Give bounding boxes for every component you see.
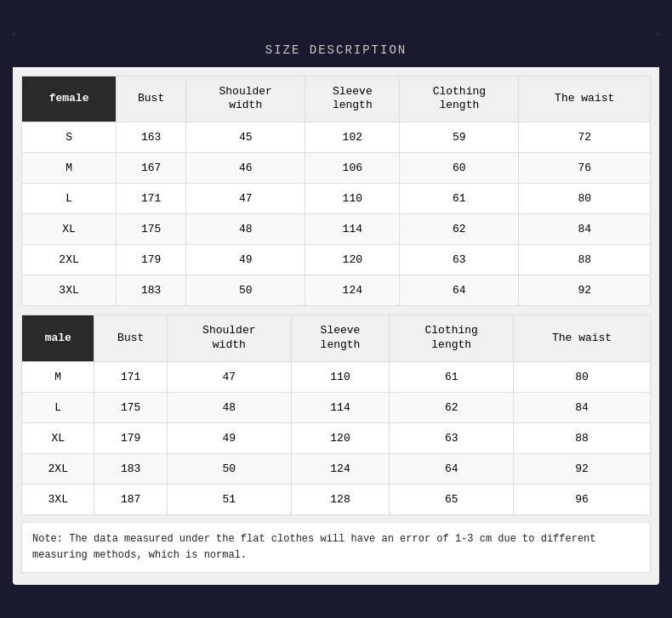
bust-cell: 175 — [117, 214, 186, 245]
male-table-section: male Bust Shoulderwidth Sleevelength Clo… — [21, 315, 651, 515]
bust-cell: 179 — [117, 245, 186, 275]
female-col-waist: The waist — [519, 76, 651, 122]
male-col-sleeve: Sleevelength — [291, 315, 390, 362]
male-col-shoulder: Shoulderwidth — [167, 315, 291, 362]
sleeve-cell: 124 — [291, 454, 390, 485]
clothing-cell: 64 — [390, 454, 514, 485]
shoulder-cell: 49 — [186, 245, 305, 275]
male-col-bust: Bust — [94, 315, 167, 362]
sleeve-cell: 120 — [305, 245, 400, 275]
clothing-cell: 62 — [390, 393, 514, 423]
table-row: M 171 47 110 61 80 — [22, 362, 651, 393]
shoulder-cell: 50 — [186, 275, 305, 306]
bust-cell: 183 — [117, 275, 186, 306]
sleeve-cell: 114 — [305, 214, 400, 245]
size-cell: L — [22, 184, 117, 214]
sleeve-cell: 102 — [305, 122, 400, 153]
clothing-cell: 61 — [400, 184, 519, 214]
shoulder-cell: 51 — [167, 485, 291, 515]
table-row: 3XL 187 51 128 65 96 — [22, 485, 651, 515]
shoulder-cell: 49 — [167, 423, 291, 454]
page-title: SIZE DESCRIPTION — [265, 43, 407, 57]
clothing-cell: 64 — [400, 275, 519, 306]
shoulder-cell: 50 — [167, 454, 291, 485]
clothing-cell: 60 — [400, 153, 519, 184]
female-col-clothing: Clothinglength — [400, 76, 519, 122]
table-row: M 167 46 106 60 76 — [22, 153, 651, 184]
bust-cell: 179 — [94, 423, 167, 454]
size-cell: 3XL — [22, 485, 94, 515]
shoulder-cell: 45 — [186, 122, 305, 153]
main-container: SIZE DESCRIPTION female Bust Shoulderwid… — [13, 33, 659, 586]
waist-cell: 88 — [519, 245, 651, 275]
bust-cell: 183 — [94, 454, 167, 485]
shoulder-cell: 46 — [186, 153, 305, 184]
female-size-table: female Bust Shoulderwidth Sleevelength C… — [21, 76, 651, 307]
sleeve-cell: 114 — [291, 393, 390, 423]
size-cell: M — [22, 362, 94, 393]
clothing-cell: 59 — [400, 122, 519, 153]
note-label: Note: — [32, 533, 63, 545]
bust-cell: 163 — [117, 122, 186, 153]
waist-cell: 76 — [519, 153, 651, 184]
clothing-cell: 63 — [400, 245, 519, 275]
shoulder-cell: 47 — [186, 184, 305, 214]
size-cell: S — [22, 122, 117, 153]
sleeve-cell: 106 — [305, 153, 400, 184]
size-cell: 2XL — [22, 454, 94, 485]
table-row: 3XL 183 50 124 64 92 — [22, 275, 651, 306]
table-row: XL 179 49 120 63 88 — [22, 423, 651, 454]
female-header-label: female — [22, 76, 117, 122]
clothing-cell: 65 — [390, 485, 514, 515]
waist-cell: 72 — [519, 122, 651, 153]
male-col-clothing: Clothinglength — [390, 315, 514, 362]
sleeve-cell: 124 — [305, 275, 400, 306]
waist-cell: 92 — [514, 454, 651, 485]
waist-cell: 88 — [514, 423, 651, 454]
bust-cell: 171 — [94, 362, 167, 393]
table-row: L 175 48 114 62 84 — [22, 393, 651, 423]
size-cell: XL — [22, 423, 94, 454]
waist-cell: 80 — [514, 362, 651, 393]
bust-cell: 175 — [94, 393, 167, 423]
waist-cell: 92 — [519, 275, 651, 306]
bust-cell: 167 — [117, 153, 186, 184]
waist-cell: 96 — [514, 485, 651, 515]
size-cell: XL — [22, 214, 117, 245]
shoulder-cell: 48 — [167, 393, 291, 423]
male-col-waist: The waist — [514, 315, 651, 362]
clothing-cell: 63 — [390, 423, 514, 454]
clothing-cell: 62 — [400, 214, 519, 245]
table-row: L 171 47 110 61 80 — [22, 184, 651, 214]
sleeve-cell: 110 — [291, 362, 390, 393]
size-cell: 3XL — [22, 275, 117, 306]
table-row: 2XL 179 49 120 63 88 — [22, 245, 651, 275]
shoulder-cell: 48 — [186, 214, 305, 245]
bust-cell: 187 — [94, 485, 167, 515]
size-cell: M — [22, 153, 117, 184]
female-col-bust: Bust — [117, 76, 186, 122]
size-cell: L — [22, 393, 94, 423]
table-row: XL 175 48 114 62 84 — [22, 214, 651, 245]
male-size-table: male Bust Shoulderwidth Sleevelength Clo… — [21, 315, 651, 515]
sleeve-cell: 110 — [305, 184, 400, 214]
title-bar: SIZE DESCRIPTION — [13, 33, 659, 67]
clothing-cell: 61 — [390, 362, 514, 393]
table-row: 2XL 183 50 124 64 92 — [22, 454, 651, 485]
note-text: The data measured under the flat clothes… — [32, 533, 596, 561]
waist-cell: 80 — [519, 184, 651, 214]
male-header-label: male — [22, 315, 94, 362]
size-cell: 2XL — [22, 245, 117, 275]
shoulder-cell: 47 — [167, 362, 291, 393]
bust-cell: 171 — [117, 184, 186, 214]
female-col-sleeve: Sleevelength — [305, 76, 400, 122]
waist-cell: 84 — [519, 214, 651, 245]
female-table-section: female Bust Shoulderwidth Sleevelength C… — [21, 76, 651, 307]
note-section: Note: The data measured under the flat c… — [21, 522, 651, 573]
sleeve-cell: 128 — [291, 485, 390, 515]
waist-cell: 84 — [514, 393, 651, 423]
female-col-shoulder: Shoulderwidth — [186, 76, 305, 122]
table-row: S 163 45 102 59 72 — [22, 122, 651, 153]
sleeve-cell: 120 — [291, 423, 390, 454]
